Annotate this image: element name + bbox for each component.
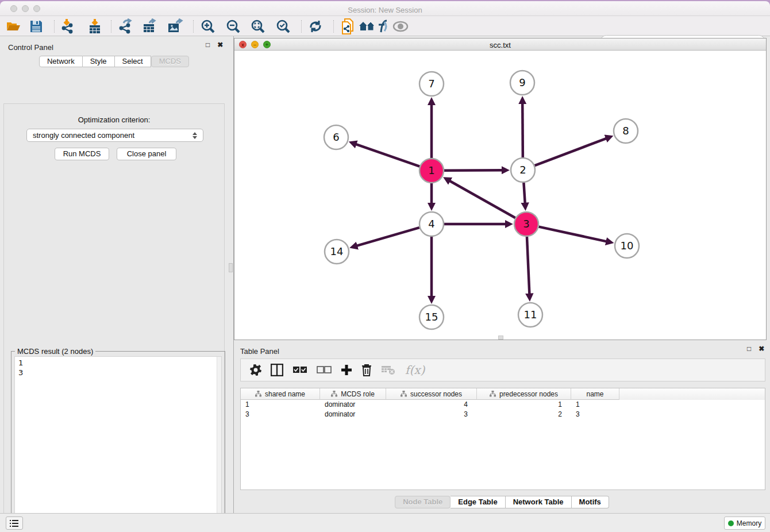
column-header-predecessor-nodes[interactable]: predecessor nodes (477, 388, 571, 400)
delete-table-icon (381, 365, 396, 375)
cell[interactable]: 2 (477, 410, 571, 419)
node-9[interactable]: 9 (510, 71, 534, 95)
zoom-out-icon[interactable] (225, 18, 242, 34)
edge-1-2[interactable] (444, 170, 502, 171)
memory-button[interactable]: Memory (724, 516, 765, 530)
columns-icon[interactable] (271, 364, 283, 376)
cell[interactable]: 3 (241, 410, 320, 419)
close-panel-button[interactable]: Close panel (117, 148, 176, 160)
network-file-icon[interactable] (339, 18, 356, 34)
trash-icon[interactable] (361, 364, 372, 376)
node-label: 9 (519, 76, 525, 88)
edge-3-11[interactable] (527, 237, 529, 294)
task-history-button[interactable] (6, 516, 23, 530)
tab-node-table[interactable]: Node Table (395, 496, 451, 508)
close-panel-icon[interactable]: ✖ (759, 345, 764, 353)
export-image-icon[interactable] (167, 18, 184, 34)
tab-network-table[interactable]: Network Table (506, 496, 572, 508)
window-title: Session: New Session (0, 6, 770, 14)
import-network-icon[interactable] (59, 18, 76, 34)
mcds-result-text[interactable]: 13 (14, 356, 222, 532)
column-header-label: MCDS role (341, 390, 375, 398)
edge-2-3[interactable] (523, 183, 525, 203)
tab-motifs[interactable]: Motifs (572, 496, 609, 508)
column-type-icon (401, 391, 407, 397)
edge-3-1[interactable] (449, 181, 515, 218)
cell[interactable]: 3 (386, 410, 477, 419)
zoom-in-icon[interactable] (199, 18, 217, 34)
zoom-selected-icon[interactable] (275, 18, 292, 34)
cell[interactable]: 1 (241, 400, 320, 410)
save-icon[interactable] (28, 18, 45, 34)
open-folder-icon[interactable] (5, 18, 22, 34)
network-window-titlebar: x – + scc.txt (234, 38, 766, 51)
mcds-panel: Optimization criterion: strongly connect… (3, 103, 225, 532)
vertical-splitter[interactable] (228, 36, 234, 513)
node-table[interactable]: shared nameMCDS rolesuccessor nodesprede… (240, 388, 765, 490)
optimization-criterion-label: Optimization criterion: (4, 115, 224, 124)
zoom-fit-icon[interactable] (249, 18, 267, 34)
cell[interactable]: 1 (477, 400, 571, 410)
cell[interactable]: dominator (320, 400, 386, 410)
edge-1-6[interactable] (356, 144, 419, 167)
cell[interactable]: 4 (386, 400, 477, 410)
node-8[interactable]: 8 (614, 119, 638, 143)
node-10[interactable]: 10 (615, 234, 639, 258)
optimization-criterion-select[interactable]: strongly connected component (26, 129, 203, 142)
add-icon[interactable] (341, 364, 352, 376)
column-header-MCDS-role[interactable]: MCDS role (320, 388, 386, 400)
float-panel-icon[interactable]: □ (206, 41, 210, 49)
status-bar: Memory (0, 513, 770, 532)
select-all-icon[interactable] (292, 366, 307, 374)
node-2[interactable]: 2 (511, 158, 535, 182)
node-label: 15 (425, 311, 438, 323)
cell[interactable]: 3 (571, 410, 619, 419)
node-label: 7 (428, 78, 434, 90)
column-header-name[interactable]: name (571, 388, 619, 400)
splitter-grip[interactable] (229, 263, 233, 272)
export-table-icon[interactable] (141, 18, 159, 34)
node-label: 11 (524, 309, 537, 321)
edge-2-8[interactable] (535, 138, 607, 165)
scrollbar[interactable] (217, 357, 221, 532)
edge-2-9[interactable] (522, 103, 523, 157)
node-6[interactable]: 6 (324, 125, 348, 149)
tab-network[interactable]: Network (39, 56, 83, 67)
mcds-result-group: MCDS result (2 nodes) 13 (11, 351, 225, 532)
tab-edge-table[interactable]: Edge Table (451, 496, 505, 508)
node-14[interactable]: 14 (325, 240, 349, 264)
run-mcds-button[interactable]: Run MCDS (55, 148, 109, 160)
label-curve-icon[interactable] (374, 18, 391, 34)
cell[interactable]: 1 (571, 400, 619, 410)
node-11[interactable]: 11 (518, 303, 542, 327)
column-header-shared-name[interactable]: shared name (241, 388, 320, 400)
tab-mcds[interactable]: MCDS (151, 56, 189, 67)
table-row[interactable]: 3dominator323 (241, 410, 765, 419)
toolbar-separator (54, 20, 55, 33)
node-3[interactable]: 3 (514, 212, 538, 236)
control-panel: Control Panel □ ✖ NetworkStyleSelectMCDS… (0, 36, 228, 513)
float-panel-icon[interactable]: □ (747, 345, 751, 353)
unselect-all-icon[interactable] (317, 366, 332, 374)
edge-4-14[interactable] (357, 228, 419, 246)
close-panel-icon[interactable]: ✖ (217, 41, 223, 49)
refresh-icon[interactable] (307, 18, 324, 34)
homes-icon[interactable] (359, 18, 376, 34)
network-view-window: x – + scc.txt 7968124314101511 (234, 38, 767, 340)
cell[interactable]: dominator (320, 410, 386, 419)
column-header-successor-nodes[interactable]: successor nodes (386, 388, 477, 400)
tab-select[interactable]: Select (115, 56, 151, 67)
export-network-icon[interactable] (117, 18, 134, 34)
gear-icon[interactable] (250, 364, 261, 376)
eye-icon[interactable] (392, 18, 409, 34)
node-15[interactable]: 15 (419, 305, 444, 329)
network-canvas[interactable]: 7968124314101511 (234, 51, 766, 340)
import-table-icon[interactable] (86, 18, 103, 34)
table-row[interactable]: 1dominator411 (241, 400, 765, 410)
edge-3-10[interactable] (538, 227, 606, 242)
node-1[interactable]: 1 (419, 159, 444, 183)
node-7[interactable]: 7 (419, 72, 444, 96)
resize-grip[interactable] (498, 336, 503, 340)
node-4[interactable]: 4 (419, 212, 444, 236)
tab-style[interactable]: Style (83, 56, 115, 67)
